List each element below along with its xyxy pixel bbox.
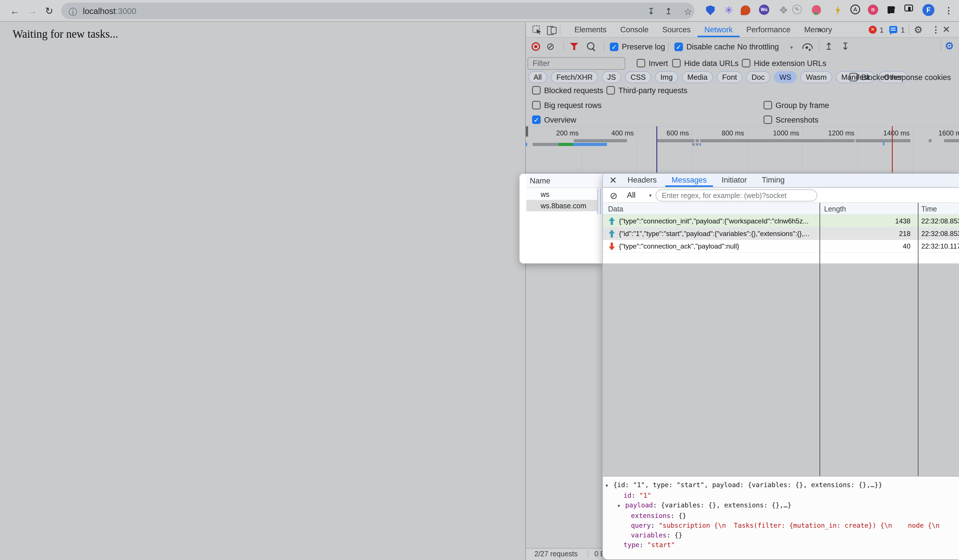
details-tab[interactable]: Timing — [755, 174, 791, 187]
type-pill[interactable]: Img — [655, 71, 678, 83]
tree-line[interactable]: ▼{id: "1", type: "start", payload: {vari… — [603, 480, 959, 491]
hide-extension-urls-checkbox[interactable] — [742, 59, 750, 67]
devtools-tab[interactable]: Performance — [739, 22, 798, 37]
device-toolbar-icon[interactable] — [547, 25, 557, 34]
import-har-icon[interactable]: ↥ — [825, 41, 833, 52]
preserve-log-checkbox[interactable] — [610, 43, 618, 51]
tree-line[interactable]: extensions: {} — [603, 511, 959, 520]
expand-caret-icon[interactable]: ▼ — [605, 481, 613, 491]
extension-icon[interactable] — [887, 6, 894, 13]
address-bar[interactable]: ⓘ localhost:3000 ↧ ↥ ☆ — [61, 3, 695, 19]
clear-messages-icon[interactable]: ⊘ — [610, 190, 618, 201]
type-pill[interactable]: All — [528, 71, 547, 83]
tree-line[interactable]: type: "start" — [603, 540, 959, 550]
extension-icon[interactable] — [812, 5, 821, 15]
type-pill[interactable]: Wasm — [800, 71, 832, 83]
close-devtools-icon[interactable]: ✕ — [942, 24, 950, 35]
devtools-tab[interactable]: Network — [698, 22, 739, 37]
devtools-tab[interactable]: Elements — [567, 22, 613, 37]
expand-caret-icon[interactable]: ▼ — [616, 501, 625, 511]
forward-button[interactable]: → — [26, 5, 38, 17]
inspect-element-icon[interactable] — [532, 25, 541, 34]
third-party-requests-checkbox[interactable] — [606, 86, 615, 95]
details-tab[interactable]: Messages — [665, 174, 713, 187]
clear-network-log-icon[interactable]: ⊘ — [546, 41, 554, 52]
overview-checkbox[interactable] — [532, 115, 541, 124]
direction-caret-icon[interactable]: ▼ — [648, 193, 653, 198]
type-pill[interactable]: Media — [682, 71, 713, 83]
search-icon[interactable] — [587, 42, 596, 51]
request-row[interactable]: ws.8base.com — [526, 200, 597, 212]
scroll-grip[interactable] — [597, 189, 602, 214]
name-column-header[interactable]: Name — [526, 174, 602, 188]
network-settings-gear-icon[interactable]: ⚙ — [945, 40, 954, 52]
tree-line[interactable]: ▼payload: {variables: {}, extensions: {}… — [603, 500, 959, 511]
extension-icon[interactable]: ✎ — [792, 5, 802, 14]
bookmark-star-icon[interactable]: ☆ — [684, 6, 692, 17]
details-tab[interactable]: Initiator — [715, 174, 753, 187]
throttling-select[interactable]: No throttling — [737, 43, 779, 51]
devtools-divider[interactable] — [525, 22, 526, 560]
time-column-header[interactable]: Time — [921, 203, 937, 215]
filter-funnel-icon[interactable] — [570, 42, 578, 51]
type-pill[interactable]: JS — [602, 71, 621, 83]
invert-checkbox[interactable] — [637, 59, 645, 67]
type-pill[interactable]: Fetch/XHR — [551, 71, 598, 83]
message-row[interactable]: {"type":"connection_ack","payload":null}… — [603, 240, 959, 253]
throttling-caret-icon[interactable]: ▼ — [789, 45, 794, 50]
devtools-tab[interactable]: Console — [613, 22, 656, 37]
extension-icon[interactable] — [741, 5, 750, 15]
network-conditions-icon[interactable] — [802, 42, 812, 51]
message-direction-select[interactable]: All — [627, 191, 636, 200]
length-column-header[interactable]: Length — [824, 203, 846, 215]
type-pill[interactable]: CSS — [625, 71, 651, 83]
tree-line[interactable]: query: "subscription {\n Tasks(filter: {… — [603, 520, 959, 530]
tree-line[interactable]: id: "1" — [603, 491, 959, 500]
message-row[interactable]: {"id":"1","type":"start","payload":{"var… — [603, 228, 959, 240]
extension-icon[interactable] — [832, 5, 844, 16]
message-regex-input[interactable] — [656, 189, 817, 201]
extension-icon[interactable]: F — [922, 4, 934, 16]
hide-data-urls-checkbox[interactable] — [672, 59, 681, 67]
devtools-tab[interactable]: Sources — [656, 22, 698, 37]
extension-icon[interactable] — [905, 5, 913, 11]
install-app-icon[interactable]: ↧ — [648, 6, 655, 16]
blocked-requests-checkbox[interactable] — [532, 86, 541, 95]
settings-gear-icon[interactable]: ⚙ — [914, 24, 922, 35]
close-details-icon[interactable]: ✕ — [609, 175, 617, 186]
extension-icon[interactable]: ⋮ — [943, 5, 954, 16]
extension-icon[interactable] — [705, 5, 716, 16]
time-column-divider[interactable] — [918, 203, 918, 476]
details-tab[interactable]: Headers — [621, 174, 663, 187]
big-request-rows-checkbox[interactable] — [532, 101, 541, 110]
extension-icon[interactable]: A — [851, 5, 860, 14]
site-info-icon[interactable]: ⓘ — [68, 6, 77, 18]
extension-icon[interactable]: Ws — [759, 5, 769, 15]
extension-icon[interactable]: ✳ — [723, 5, 734, 16]
record-network-log-icon[interactable] — [532, 42, 540, 51]
type-pill[interactable]: Doc — [746, 71, 770, 83]
devtools-menu-icon[interactable]: ⋮ — [932, 25, 940, 35]
disable-cache-checkbox[interactable] — [674, 43, 683, 51]
group-by-frame-checkbox[interactable] — [763, 101, 772, 110]
data-column-header[interactable]: Data — [608, 203, 623, 215]
request-row[interactable]: ws — [526, 189, 597, 200]
issues-icon[interactable] — [889, 26, 897, 33]
blocked-response-cookies-checkbox[interactable] — [849, 73, 858, 81]
extension-icon[interactable]: ❖ — [778, 5, 789, 16]
more-tabs-icon[interactable]: » — [818, 22, 822, 37]
error-badge-icon[interactable]: × — [869, 26, 877, 34]
type-pill[interactable]: Font — [717, 71, 742, 83]
reload-button[interactable]: ↻ — [43, 5, 55, 17]
export-har-icon[interactable]: ↧ — [841, 41, 849, 52]
message-json-tree[interactable]: ▼{id: "1", type: "start", payload: {vari… — [603, 477, 959, 559]
back-button[interactable]: ← — [9, 5, 21, 17]
tree-line[interactable]: variables: {} — [603, 530, 959, 540]
share-icon[interactable]: ↥ — [665, 6, 672, 16]
network-filter-input[interactable] — [527, 57, 625, 70]
message-row[interactable]: {"type":"connection_init","payload":{"wo… — [603, 215, 959, 228]
type-pill[interactable]: WS — [774, 71, 797, 83]
screenshots-checkbox[interactable] — [763, 115, 772, 124]
length-column-divider[interactable] — [820, 203, 820, 476]
extension-icon[interactable]: ≡ — [868, 5, 878, 15]
